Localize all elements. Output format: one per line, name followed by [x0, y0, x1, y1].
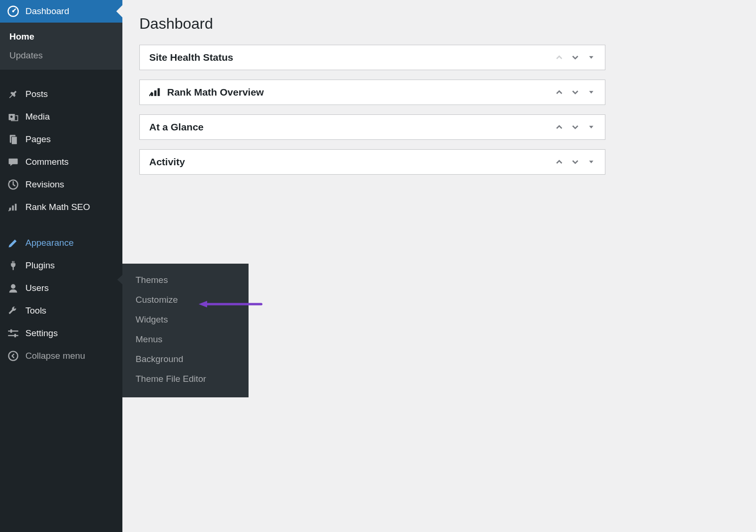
svg-rect-10: [13, 266, 14, 270]
widget-rankmath-overview: Rank Math Overview: [139, 80, 605, 105]
widget-controls: [555, 158, 595, 166]
appearance-flyout: Themes Customize Widgets Menus Backgroun…: [122, 264, 249, 397]
revisions-icon: [7, 179, 20, 190]
sidebar-item-plugins[interactable]: Plugins: [0, 254, 122, 277]
svg-rect-21: [158, 89, 160, 97]
sidebar-item-comments[interactable]: Comments: [0, 151, 122, 173]
rankmath-icon: [149, 88, 161, 97]
svg-point-16: [8, 351, 17, 360]
media-icon: [7, 111, 20, 122]
move-down-icon[interactable]: [571, 88, 579, 97]
sidebar-item-label: Rank Math SEO: [25, 202, 90, 212]
move-down-icon[interactable]: [571, 158, 579, 166]
widget-header[interactable]: Site Health Status: [140, 45, 605, 70]
move-up-icon[interactable]: [555, 88, 563, 97]
svg-point-11: [11, 284, 16, 289]
svg-rect-15: [14, 334, 16, 337]
sidebar-item-label: Appearance: [25, 238, 73, 248]
sidebar-item-dashboard[interactable]: Dashboard: [0, 0, 122, 23]
widget-site-health: Site Health Status: [139, 45, 605, 70]
collapse-label: Collapse menu: [25, 351, 85, 361]
sidebar-item-label: Posts: [25, 89, 48, 99]
sidebar-item-label: Dashboard: [25, 6, 69, 16]
widget-controls: [555, 88, 595, 97]
svg-point-3: [10, 116, 13, 118]
flyout-item-menus[interactable]: Menus: [122, 330, 249, 349]
toggle-icon[interactable]: [587, 158, 595, 166]
sidebar-item-label: Media: [25, 112, 50, 122]
sidebar-item-label: Users: [25, 283, 49, 293]
sidebar-item-label: Plugins: [25, 260, 55, 271]
widget-title: Activity: [149, 156, 555, 168]
sidebar-subitem-updates[interactable]: Updates: [0, 46, 122, 65]
sidebar-item-revisions[interactable]: Revisions: [0, 173, 122, 196]
tools-icon: [7, 305, 20, 316]
move-down-icon[interactable]: [571, 53, 579, 62]
sidebar-item-label: Pages: [25, 134, 51, 145]
admin-sidebar: Dashboard Home Updates Posts Media Pages…: [0, 0, 122, 532]
widget-title: At a Glance: [149, 121, 555, 133]
widget-activity: Activity: [139, 149, 605, 175]
plugins-icon: [7, 260, 20, 271]
appearance-icon: [7, 237, 20, 249]
widget-controls: [555, 53, 595, 62]
svg-rect-12: [8, 330, 18, 331]
pages-icon: [7, 134, 20, 145]
flyout-item-background[interactable]: Background: [122, 349, 249, 369]
move-down-icon[interactable]: [571, 123, 579, 131]
move-up-icon[interactable]: [555, 158, 563, 166]
dashboard-icon: [7, 6, 20, 17]
sidebar-submenu-dashboard: Home Updates: [0, 23, 122, 70]
sidebar-item-posts[interactable]: Posts: [0, 83, 122, 105]
sidebar-item-appearance[interactable]: Appearance: [0, 232, 122, 254]
widget-controls: [555, 123, 595, 131]
move-up-icon[interactable]: [555, 123, 563, 131]
pushpin-icon: [7, 89, 20, 100]
sidebar-item-users[interactable]: Users: [0, 277, 122, 299]
sidebar-item-label: Revisions: [25, 179, 64, 190]
svg-rect-9: [15, 204, 17, 210]
flyout-item-themes[interactable]: Themes: [122, 270, 249, 290]
svg-point-1: [12, 10, 14, 12]
widget-header[interactable]: At a Glance: [140, 115, 605, 139]
comments-icon: [7, 156, 20, 168]
toggle-icon[interactable]: [587, 88, 595, 97]
sidebar-separator: [0, 218, 122, 232]
annotation-arrow: [198, 299, 264, 309]
widget-title: Rank Math Overview: [149, 87, 555, 98]
sidebar-item-settings[interactable]: Settings: [0, 322, 122, 345]
svg-rect-13: [8, 335, 18, 336]
sidebar-item-pages[interactable]: Pages: [0, 128, 122, 151]
flyout-item-editor[interactable]: Theme File Editor: [122, 369, 249, 389]
svg-rect-5: [11, 137, 17, 145]
collapse-icon: [7, 350, 20, 362]
sidebar-item-tools[interactable]: Tools: [0, 299, 122, 322]
sidebar-item-label: Tools: [25, 306, 46, 316]
sidebar-item-label: Settings: [25, 328, 58, 339]
users-icon: [7, 282, 20, 294]
rankmath-icon: [7, 202, 20, 213]
svg-rect-8: [12, 205, 14, 210]
sidebar-item-rankmath[interactable]: Rank Math SEO: [0, 196, 122, 218]
widget-at-a-glance: At a Glance: [139, 114, 605, 140]
sidebar-item-media[interactable]: Media: [0, 105, 122, 128]
settings-icon: [7, 328, 20, 339]
collapse-menu-button[interactable]: Collapse menu: [0, 345, 122, 367]
svg-rect-14: [10, 330, 12, 333]
flyout-item-widgets[interactable]: Widgets: [122, 310, 249, 330]
page-title: Dashboard: [139, 15, 739, 32]
svg-marker-18: [199, 301, 207, 307]
widget-header[interactable]: Rank Math Overview: [140, 80, 605, 105]
svg-rect-20: [154, 90, 157, 96]
toggle-icon[interactable]: [587, 53, 595, 62]
main-content: Dashboard Site Health Status Rank Math O…: [122, 0, 756, 195]
sidebar-item-label: Comments: [25, 157, 69, 167]
widget-title: Site Health Status: [149, 52, 555, 63]
toggle-icon[interactable]: [587, 123, 595, 131]
sidebar-separator: [0, 70, 122, 83]
move-up-icon[interactable]: [555, 53, 563, 62]
widget-header[interactable]: Activity: [140, 150, 605, 174]
sidebar-subitem-home[interactable]: Home: [0, 27, 122, 46]
